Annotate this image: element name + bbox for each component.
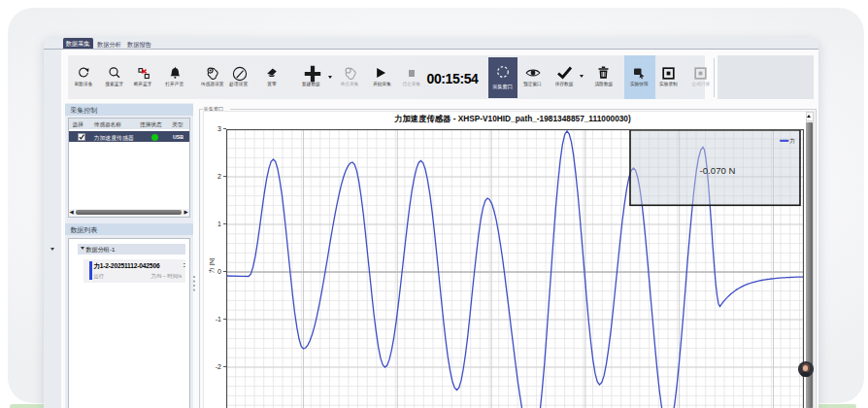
svg-text:-0.070 N: -0.070 N (700, 164, 736, 175)
svg-text:力: 力 (789, 137, 795, 144)
